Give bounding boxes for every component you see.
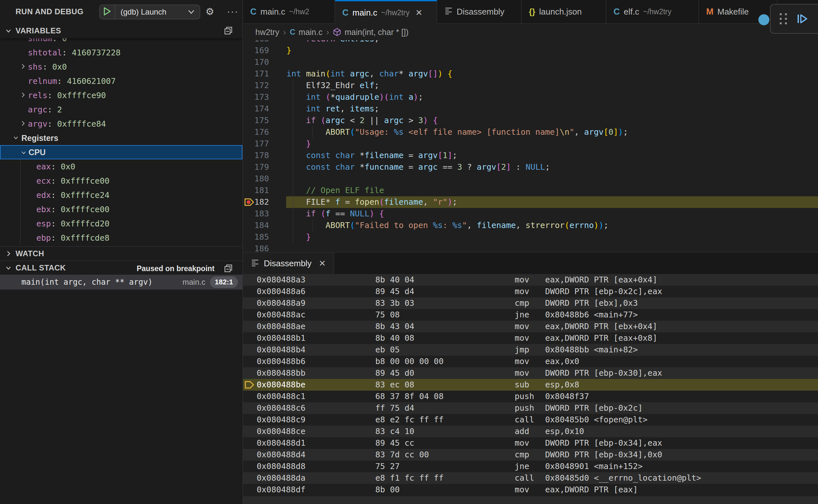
variable-row-registers[interactable]: Registers (0, 131, 242, 145)
variable-name: eax (36, 162, 51, 171)
debug-toolbar[interactable] (770, 4, 818, 34)
tab-launch-json[interactable]: {}launch.json (522, 0, 606, 23)
tab-main-c[interactable]: Cmain.c~/hw2try✕ (335, 0, 437, 24)
chevron-down-icon[interactable] (20, 149, 27, 156)
breadcrumb-item-3[interactable]: main(int, char * []) (333, 28, 408, 37)
disassembly-row-0x080488be[interactable]: 0x080488be83 ec 08subesp,0x8 (243, 379, 818, 391)
variable-row-shtotal[interactable]: shtotal: 4160737228 (0, 45, 242, 60)
code-line-174[interactable]: 174 int ret, items; (243, 103, 818, 115)
code-line-186[interactable]: 186 (243, 243, 818, 252)
chevron-right-icon[interactable] (19, 63, 27, 70)
disassembly-row-0x080488ac[interactable]: 0x080488ac75 08jne0x80488b6 <main+77> (243, 309, 818, 321)
disassembly-row-0x080488ce[interactable]: 0x080488ce83 c4 10addesp,0x10 (243, 426, 818, 437)
watch-section-header[interactable]: WATCH (0, 246, 242, 260)
variable-row-esp[interactable]: esp: 0xffffcd20 (0, 216, 242, 231)
instruction-operands: esp,0x10 (545, 426, 584, 437)
variable-value: 0xffffce24 (61, 190, 109, 200)
variable-name: shs (28, 62, 42, 72)
variable-row-shs[interactable]: shs: 0x0 (0, 60, 242, 74)
drag-grip-icon[interactable] (780, 13, 788, 24)
tab-label: Makefile (718, 7, 749, 17)
instruction-mnemonic: jmp (515, 344, 529, 356)
disassembly-row-0x080488c1[interactable]: 0x080488c168 37 8f 04 08push0x8048f37 (243, 391, 818, 402)
disassembly-row-0x080488d8[interactable]: 0x080488d875 27jne0x8048901 <main+152> (243, 461, 818, 472)
call-stack-section-header[interactable]: CALL STACK Paused on breakpoint (0, 260, 242, 275)
collapse-all-icon[interactable] (224, 26, 233, 37)
code-line-178[interactable]: 178 const char *filename = argv[1]; (243, 150, 818, 161)
disassembly-row-0x080488a6[interactable]: 0x080488a689 45 d4movDWORD PTR [ebp-0x2c… (243, 286, 818, 297)
breadcrumb-item-2[interactable]: Cmain.c (290, 28, 322, 37)
variables-section-header[interactable]: VARIABLES (0, 23, 242, 38)
instruction-bytes: 83 ec 08 (375, 379, 414, 391)
variable-row-argc[interactable]: argc: 2 (0, 102, 242, 117)
instruction-mnemonic: mov (515, 286, 529, 297)
close-icon[interactable]: ✕ (416, 8, 423, 18)
variable-row-eax[interactable]: eax: 0x0 (0, 159, 242, 174)
tab-main-c[interactable]: Cmain.c~/hw2 (243, 0, 335, 23)
instruction-bytes: 8b 00 (375, 484, 399, 496)
code-line-184[interactable]: 184 ABORT("Failed to open %s: %s", filen… (243, 220, 818, 231)
chevron-right-icon[interactable] (19, 91, 27, 98)
disassembly-row-0x080488d1[interactable]: 0x080488d189 45 ccmovDWORD PTR [ebp-0x34… (243, 437, 818, 449)
code-line-182[interactable]: 182 FILE* f = fopen(filename, "r"); (243, 196, 818, 208)
instruction-operands: esp,0x8 (545, 379, 579, 391)
disassembly-tab[interactable]: Disassembly ✕ (243, 253, 334, 274)
code-editor[interactable]: 168 return entries;169}170171int main(in… (243, 40, 818, 252)
disassembly-row-0x080488c6[interactable]: 0x080488c6ff 75 d4pushDWORD PTR [ebp-0x2… (243, 402, 818, 414)
disassembly-row-0x080488b1[interactable]: 0x080488b18b 40 08moveax,DWORD PTR [eax+… (243, 332, 818, 344)
code-line-172[interactable]: 172 Elf32_Ehdr elf; (243, 80, 818, 91)
chevron-right-icon[interactable] (19, 120, 27, 127)
code-line-183[interactable]: 183 if (f == NULL) { (243, 208, 818, 220)
disassembly-row-0x080488c9[interactable]: 0x080488c9e8 e2 fc ff ffcall0x80485b0 <f… (243, 414, 818, 426)
close-icon[interactable]: ✕ (318, 258, 326, 269)
disassembly-row-0x080488da[interactable]: 0x080488dae8 f1 fc ff ffcall0x80485d0 <_… (243, 472, 818, 484)
variable-row-cpu[interactable]: CPU (0, 145, 242, 159)
variable-row-argv[interactable]: argv: 0xffffce84 (0, 117, 242, 131)
code-line-179[interactable]: 179 const char *funcname = argc == 3 ? a… (243, 161, 818, 173)
code-line-177[interactable]: 177 } (243, 138, 818, 150)
chevron-down-icon[interactable] (5, 264, 13, 272)
code-text: Elf32_Ehdr elf; (286, 80, 379, 91)
code-line-176[interactable]: 176 ABORT("Usage: %s <elf file name> [fu… (243, 126, 818, 138)
breadcrumb-item-1[interactable]: hw2try (255, 28, 279, 37)
line-number: 180 (243, 173, 269, 185)
chevron-down-icon[interactable] (12, 134, 19, 141)
variable-name: esp (36, 219, 51, 228)
instruction-address: 0x080488c6 (257, 402, 305, 414)
disassembly-row-0x080488bb[interactable]: 0x080488bb89 45 d0movDWORD PTR [ebp-0x30… (243, 367, 818, 379)
code-text: const char *filename = argv[1]; (286, 150, 457, 161)
code-line-168[interactable]: 168 return entries; (243, 40, 818, 45)
list-icon (251, 258, 259, 268)
variable-row-ebx[interactable]: ebx: 0xffffce00 (0, 202, 242, 216)
line-number: 177 (243, 138, 269, 150)
disassembly-row-0x080488a3[interactable]: 0x080488a38b 40 04moveax,DWORD PTR [eax+… (243, 274, 818, 286)
variable-row-ecx[interactable]: ecx: 0xffffce00 (0, 174, 242, 188)
variable-row-ebp[interactable]: ebp: 0xffffcde8 (0, 231, 242, 245)
call-stack-frame[interactable]: main(int argc, char ** argv) main.c 182:… (0, 275, 242, 290)
variable-row-relnum[interactable]: relnum: 4160621007 (0, 74, 242, 88)
code-line-180[interactable]: 180 (243, 173, 818, 185)
code-line-175[interactable]: 175 if (argc < 2 || argc > 3) { (243, 115, 818, 126)
code-line-170[interactable]: 170 (243, 56, 818, 68)
sidebar-resize-handle[interactable] (242, 0, 243, 504)
disassembly-row-0x080488df[interactable]: 0x080488df8b 00moveax,DWORD PTR [eax] (243, 484, 818, 496)
code-line-173[interactable]: 173 int (*quadruple)(int a); (243, 91, 818, 103)
tab-elf-c[interactable]: Celf.c~/hw2try (606, 0, 699, 23)
disassembly-row-0x080488a9[interactable]: 0x080488a983 3b 03cmpDWORD PTR [ebx],0x3 (243, 297, 818, 309)
disassembly-row-0x080488d4[interactable]: 0x080488d483 7d cc 00cmpDWORD PTR [ebp-0… (243, 449, 818, 461)
code-line-185[interactable]: 185 } (243, 231, 818, 243)
tab-disassembly[interactable]: Disassembly (437, 0, 522, 23)
continue-icon[interactable] (796, 12, 809, 25)
collapse-all-icon[interactable] (224, 264, 233, 275)
tab-description: ~/hw2 (289, 7, 309, 16)
disassembly-row-0x080488ae[interactable]: 0x080488ae8b 43 04moveax,DWORD PTR [ebx+… (243, 321, 818, 332)
disassembly-row-0x080488b6[interactable]: 0x080488b6b8 00 00 00 00moveax,0x0 (243, 356, 818, 367)
chevron-right-icon[interactable] (5, 250, 13, 258)
variable-row-edx[interactable]: edx: 0xffffce24 (0, 188, 242, 202)
variable-row-rels[interactable]: rels: 0xffffce90 (0, 88, 242, 102)
chevron-down-icon[interactable] (5, 27, 13, 35)
disassembly-row-0x080488b4[interactable]: 0x080488b4eb 05jmp0x80488bb <main+82> (243, 344, 818, 356)
code-line-181[interactable]: 181 // Open ELF file (243, 185, 818, 196)
code-line-171[interactable]: 171int main(int argc, char* argv[]) { (243, 68, 818, 80)
code-line-169[interactable]: 169} (243, 45, 818, 56)
